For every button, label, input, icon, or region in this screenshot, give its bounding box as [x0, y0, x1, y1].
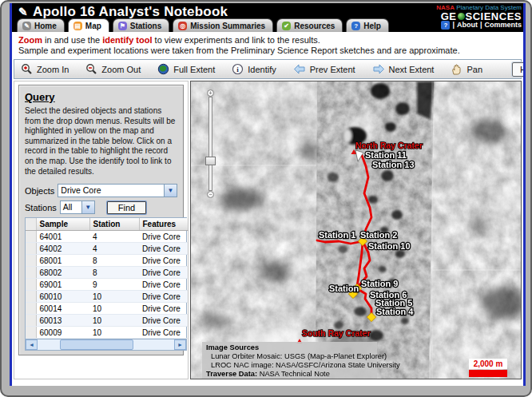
- pan-button[interactable]: Pan: [451, 63, 482, 75]
- tab-home[interactable]: ✎Home: [17, 18, 65, 32]
- image-sources-title: Image Sources: [206, 343, 373, 352]
- table-horizontal-scrollbar[interactable]: ◄ ►: [26, 339, 186, 350]
- instruction-text: Zoom: [18, 35, 42, 45]
- slider-zoom-in-icon[interactable]: +: [207, 89, 214, 97]
- help-tab-icon: ?: [351, 22, 360, 30]
- column-header-features[interactable]: Features: [139, 218, 188, 231]
- chevron-down-icon[interactable]: ▼: [164, 185, 177, 197]
- column-header-station[interactable]: Station: [89, 218, 139, 231]
- map-zoom-slider[interactable]: + −: [204, 89, 218, 198]
- scrollbar-thumb[interactable]: [60, 339, 133, 350]
- crater-label-south-ray-crater: South Ray Crater: [302, 328, 371, 338]
- row-selector[interactable]: [26, 243, 36, 255]
- tab-label: Help: [363, 22, 381, 30]
- table-cell: Drive Core: [139, 303, 188, 315]
- scale-bar-rect: [469, 370, 507, 377]
- brand-divider: |: [452, 21, 455, 30]
- row-selector[interactable]: [26, 255, 36, 267]
- table-cell: Drive Core: [139, 315, 188, 327]
- table-cell: 69001: [36, 279, 89, 291]
- row-selector[interactable]: [26, 291, 36, 303]
- full-extent-icon: [157, 63, 169, 75]
- station-label-station: Station: [329, 284, 359, 293]
- geosciences-globe-icon: [458, 13, 465, 20]
- table-cell: 64001: [36, 231, 89, 243]
- next-extent-icon: [372, 63, 385, 75]
- table-cell: 68001: [36, 255, 89, 267]
- stations-tab-icon: ⚑: [118, 22, 127, 30]
- query-description: Select the desired objects and stations …: [25, 106, 177, 177]
- crater-label-north-ray-crater: North Ray Crater: [355, 141, 423, 150]
- table-cell: 4: [89, 231, 139, 243]
- tab-help[interactable]: ?Help: [346, 18, 389, 32]
- slider-zoom-out-icon[interactable]: −: [207, 191, 214, 198]
- table-row[interactable]: 680018Drive Core: [26, 255, 188, 267]
- prev-extent-button[interactable]: Prev Extent: [293, 63, 355, 75]
- query-title: Query: [25, 91, 177, 103]
- chevron-down-icon[interactable]: ▼: [81, 201, 94, 213]
- zoom-in-button[interactable]: Zoom In: [21, 63, 69, 75]
- toolbar-button-label: Identify: [248, 65, 276, 74]
- map-viewport[interactable]: Station 11Station 13Station 1Station 2St…: [190, 81, 522, 379]
- table-row[interactable]: 6001310Drive Core: [26, 315, 188, 327]
- resources-tab-icon: ✔: [282, 22, 291, 30]
- comments-link[interactable]: Comments: [484, 21, 522, 30]
- instructions: Zoom in and use the identify tool to vie…: [12, 32, 523, 58]
- toolbar-button-label: Next Extent: [389, 65, 435, 74]
- page-content: ✎Apollo 16 Analyst's Notebook NASA Plane…: [10, 3, 526, 386]
- row-selector[interactable]: [26, 267, 36, 279]
- toolbar-button-label: Prev Extent: [310, 65, 355, 74]
- table-cell: Drive Core: [139, 267, 188, 279]
- identify-button[interactable]: iIdentify: [232, 63, 276, 75]
- row-selector[interactable]: [26, 327, 36, 339]
- tab-resources[interactable]: ✔Resources: [276, 18, 343, 32]
- help-button[interactable]: Help: [512, 62, 526, 77]
- tab-stations[interactable]: ⚑Stations: [113, 18, 169, 32]
- full-extent-button[interactable]: Full Extent: [157, 63, 215, 75]
- next-extent-button[interactable]: Next Extent: [372, 63, 435, 75]
- table-row[interactable]: 6001410Drive Core: [26, 303, 188, 315]
- scroll-left-icon[interactable]: ◄: [26, 339, 38, 350]
- tab-map[interactable]: ▤Map: [68, 18, 109, 32]
- image-source-line: Lunar Orbiter Mosaic: USGS (Map-a-Planet…: [206, 352, 373, 361]
- pencil-icon: ✎: [18, 6, 28, 18]
- table-cell: 68002: [36, 267, 89, 279]
- table-cell: Drive Core: [139, 327, 188, 339]
- objects-label: Objects: [25, 186, 54, 196]
- scroll-right-icon[interactable]: ►: [174, 339, 186, 350]
- zoom-out-button[interactable]: Zoom Out: [85, 63, 141, 75]
- instruction-text: in and use the: [42, 35, 102, 45]
- about-link[interactable]: About: [457, 21, 478, 30]
- tab-label: Resources: [294, 22, 335, 30]
- mission-summaries-tab-icon: ◎: [178, 22, 187, 30]
- table-row[interactable]: 690019Drive Core: [26, 279, 188, 291]
- table-cell: Drive Core: [139, 243, 188, 255]
- row-selector[interactable]: [26, 303, 36, 315]
- row-selector[interactable]: [26, 231, 36, 243]
- station-label-station-10: Station 10: [368, 241, 411, 251]
- find-button[interactable]: Find: [107, 201, 146, 214]
- instructions-line1: Zoom in and use the identify tool to vie…: [18, 35, 517, 46]
- tab-mission-summaries[interactable]: ◎Mission Summaries: [173, 18, 273, 32]
- slider-track[interactable]: [208, 97, 212, 191]
- slider-thumb[interactable]: [205, 157, 216, 165]
- column-header-sample[interactable]: Sample: [36, 218, 89, 231]
- row-selector[interactable]: [26, 315, 36, 327]
- table-row[interactable]: 6000910Drive Core: [26, 327, 188, 339]
- station-label-station-11: Station 11: [365, 150, 407, 160]
- map-toolbar: Zoom InZoom OutFull ExtentiIdentifyPrev …: [14, 59, 522, 79]
- traverse-data-line: Traverse Data: NASA Technical Note: [206, 370, 373, 379]
- table-row[interactable]: 640014Drive Core: [26, 231, 188, 243]
- table-row[interactable]: 680028Drive Core: [26, 267, 188, 279]
- app-window: ✎Apollo 16 Analyst's Notebook NASA Plane…: [0, 0, 532, 397]
- objects-select[interactable]: Drive Core ▼: [58, 184, 177, 197]
- help-badge-icon[interactable]: ?: [441, 21, 450, 30]
- row-selector[interactable]: [26, 279, 36, 291]
- table-row[interactable]: 6001010Drive Core: [26, 291, 188, 303]
- query-panel: Query Select the desired objects and sta…: [14, 81, 189, 379]
- table-cell: 64002: [36, 243, 89, 255]
- table-row[interactable]: 640024Drive Core: [26, 243, 188, 255]
- stations-select[interactable]: All ▼: [60, 200, 95, 214]
- brand-block: NASA Planetary Data System GESCIENCES ? …: [436, 3, 522, 30]
- toolbar-button-label: Zoom In: [37, 65, 69, 74]
